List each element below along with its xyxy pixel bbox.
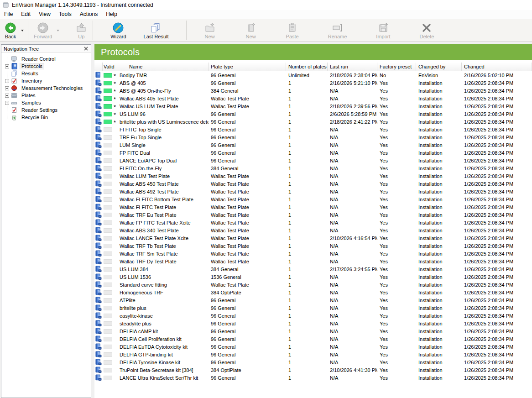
sidebar-item-reader-settings[interactable]: Reader Settings (1, 106, 91, 114)
table-row[interactable]: * Wallac LUM Test Plate Wallac Test Plat… (94, 172, 532, 180)
table-row[interactable]: * steadylite plus 96 General 1 N/A Yes I… (94, 319, 532, 327)
cell-factory-preset: Yes (377, 243, 416, 249)
cell-changed: 1/26/2025 2:08:34 PM (462, 189, 532, 194)
table-row[interactable]: * Wallac TRF Dy Test Plate Wallac Test P… (94, 257, 532, 265)
table-row[interactable]: * Wallac TRF Sm Test Plate Wallac Test P… (94, 250, 532, 257)
table-row[interactable]: * Wallac US LUM Test Plate Wallac Test P… (94, 102, 532, 110)
column-header-changed[interactable]: Changed (462, 63, 532, 71)
sidebar-item-reader-control[interactable]: Reader Control (1, 55, 91, 63)
sidebar-item-samples[interactable]: Samples (1, 99, 91, 106)
cell-factory-preset: Yes (377, 96, 416, 101)
sidebar-item-inventory[interactable]: Inventory (1, 77, 91, 84)
menu-help[interactable]: Help (102, 10, 121, 19)
expand-icon[interactable] (5, 64, 9, 68)
table-row[interactable]: * Wallac ABS 405 Test Plate Wallac Test … (94, 94, 532, 102)
table-row[interactable]: * ABS @ 405 96 General 1 2/16/2026 5:21:… (94, 79, 532, 87)
table-row[interactable]: * US LUM 96 96 General 1 2/6/2026 5:28:5… (94, 110, 532, 118)
table-row[interactable]: * LUM Single 96 General 1 N/A Yes Instal… (94, 141, 532, 149)
delete-button[interactable]: Delete (417, 20, 437, 41)
menu-edit[interactable]: Edit (17, 10, 35, 19)
table-row[interactable]: * Wallac ABS 492 Test Plate Wallac Test … (94, 188, 532, 195)
menu-actions[interactable]: Actions (76, 10, 102, 19)
table-row[interactable]: * FI FITC On-the-Fly 384 General 1 N/A Y… (94, 164, 532, 172)
expand-icon[interactable] (5, 79, 9, 83)
wizard-button[interactable]: Wizard (108, 20, 129, 41)
column-header-last-run[interactable]: Last run (328, 63, 377, 71)
column-header-plate-type[interactable]: Plate type (209, 63, 286, 71)
sidebar-item-protocols[interactable]: Protocols (1, 63, 91, 70)
expand-icon[interactable] (5, 86, 9, 90)
table-row[interactable]: * ABS @ 405 On-the-Fly 384 General 1 N/A… (94, 87, 532, 94)
cell-last-run: N/A (328, 127, 377, 132)
cell-factory-preset: Yes (377, 127, 416, 132)
cell-changed: 1/26/2025 2:08:34 PM (462, 88, 532, 94)
table-row[interactable]: * Wallac TRF Tb Test Plate Wallac Test P… (94, 242, 532, 250)
table-row[interactable]: * US LUM 384 384 General 1 2/17/2026 3:2… (94, 265, 532, 273)
up-button[interactable]: Up (73, 20, 90, 41)
table-row[interactable]: * LANCE Eu/APC Top Dual 96 General 1 N/A… (94, 157, 532, 164)
column-header-changed-by[interactable]: Changed by (416, 63, 462, 71)
table-row[interactable]: * DELFIA Tyrosine Kinase kit 96 General … (94, 358, 532, 366)
sidebar-item-measurement-technologies[interactable]: Measurement Technologies (1, 84, 91, 92)
table-row[interactable]: * britelite plus 96 General 1 N/A Yes In… (94, 304, 532, 312)
table-row[interactable]: * Wallac FI FITC Bottom Test Plate Walla… (94, 195, 532, 203)
table-row[interactable]: * DELFIA Cell Proliferation kit 96 Gener… (94, 335, 532, 343)
back-dropdown-arrow[interactable] (19, 21, 25, 39)
table-row[interactable]: * Wallac FI FITC Test Plate Wallac Test … (94, 203, 532, 211)
new-folder-button[interactable]: New (201, 20, 219, 41)
menu-tools[interactable]: Tools (55, 10, 76, 19)
table-row[interactable]: * DELFIA cAMP kit 96 General 1 N/A Yes I… (94, 327, 532, 335)
close-icon[interactable] (83, 46, 89, 52)
sidebar-item-results[interactable]: Results (1, 70, 91, 77)
table-row[interactable]: * DELFIA GTP-binding kit 96 General 1 N/… (94, 351, 532, 358)
back-button[interactable]: Back (2, 20, 19, 41)
column-header-number-plates[interactable]: Number of plates (286, 63, 328, 71)
table-row[interactable]: * Standard curve fitting Wallac Test Pla… (94, 281, 532, 288)
table-row[interactable]: * britelite plus with US Luminescence de… (94, 118, 532, 126)
cell-name: Wallac FP FITC Test Plate Xcite (117, 220, 209, 225)
table-row[interactable]: * LANCE Ultra KinaSelect Ser/Thr kit 96 … (94, 374, 532, 382)
protocol-icon (95, 110, 102, 117)
table-row[interactable]: * DELFIA EuTDA Cytotoxicity kit 96 Gener… (94, 343, 532, 351)
cell-last-run: N/A (328, 142, 377, 148)
table-row[interactable]: * Wallac LANCE Test Plate Xcite Wallac T… (94, 234, 532, 242)
table-row[interactable]: * Wallac ABS 450 Test Plate Wallac Test … (94, 180, 532, 188)
table-row[interactable]: * easylite-kinase 96 General 1 N/A Yes I… (94, 312, 532, 319)
table-row[interactable]: * FI FITC Top Single 96 General 1 N/A Ye… (94, 126, 532, 133)
new-protocol-button[interactable]: New (242, 20, 260, 41)
sidebar-item-recycle-bin[interactable]: Recycle Bin (1, 114, 91, 121)
menu-file[interactable]: File (0, 10, 17, 19)
table-row[interactable]: * Bodipy TMR 96 General Unlimited 2/18/2… (94, 71, 532, 79)
paste-button[interactable]: Paste (283, 20, 302, 41)
table-row[interactable]: * US LUM 1536 1536 General 1 N/A Yes Ins… (94, 273, 532, 281)
table-row[interactable]: * ATPlite 96 General 1 N/A Yes Installat… (94, 296, 532, 304)
table-row[interactable]: * Homogeneous TRF 384 OptiPlate 1 N/A Ye… (94, 288, 532, 296)
sidebar-item-plates[interactable]: Plates (1, 92, 91, 99)
column-header-factory-preset[interactable]: Factory preset (377, 63, 416, 71)
tree-item-label: Plates (20, 92, 37, 99)
cell-number-plates: 1 (286, 274, 328, 280)
table-row[interactable]: * TruPoint Beta-Secretase kit [384] 384 … (94, 366, 532, 374)
import-button[interactable]: Import (373, 20, 393, 41)
table-row[interactable]: * Wallac TRF Eu Test Plate Wallac Test P… (94, 211, 532, 219)
cell-plate-type: 384 OptiPlate (209, 367, 286, 373)
table-row[interactable]: * FP FITC Dual 96 General 1 N/A Yes Inst… (94, 149, 532, 157)
rename-button[interactable]: Rename (325, 20, 350, 41)
expand-icon[interactable] (5, 94, 9, 98)
expand-icon[interactable] (5, 101, 9, 105)
last-result-button[interactable]: Last Result (141, 20, 172, 41)
menu-view[interactable]: View (35, 10, 55, 19)
column-header-name[interactable]: Name (117, 63, 209, 71)
column-header-valid[interactable]: Valid (103, 63, 117, 71)
forward-dropdown-arrow[interactable] (55, 21, 61, 39)
sidebar-splitter[interactable] (91, 44, 94, 398)
forward-button[interactable]: Forward (31, 20, 55, 41)
modified-asterisk: * (114, 104, 116, 109)
table-row[interactable]: * Wallac ABS 340 Test Plate Wallac Test … (94, 226, 532, 234)
cell-name: Bodipy TMR (117, 73, 209, 78)
table-row[interactable]: * Wallac FP FITC Test Plate Xcite Wallac… (94, 219, 532, 226)
cell-factory-preset: Yes (377, 313, 416, 319)
column-header-icon[interactable] (94, 63, 103, 71)
navigation-tree-panel: Navigation Tree Reader Control Protocols… (1, 44, 91, 398)
table-row[interactable]: * TRF Eu Top Single 96 General 1 N/A Yes… (94, 133, 532, 141)
